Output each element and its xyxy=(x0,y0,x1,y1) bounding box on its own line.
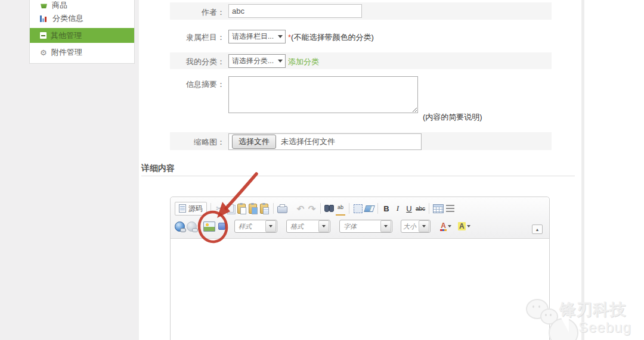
text-color-button[interactable]: A xyxy=(440,222,451,231)
sidebar: 商品 分类信息 其他管理 ⚙ 附件管理 xyxy=(29,0,135,64)
chevron-down-icon xyxy=(278,60,283,63)
collapse-minus-icon xyxy=(40,32,47,39)
chevron-down-icon xyxy=(278,35,283,38)
styles-dropdown[interactable]: 样式 xyxy=(234,220,277,233)
toolbar-row-1: 源码 ✂ ↶ ↷ ab B I xyxy=(175,201,455,216)
link-icon[interactable] xyxy=(175,220,185,232)
toolbar-separator xyxy=(210,203,211,214)
underline-button[interactable]: U xyxy=(404,202,414,214)
thumbnail-label: 缩略图： xyxy=(164,137,225,148)
find-icon[interactable] xyxy=(324,202,334,214)
chevron-down-icon xyxy=(448,225,451,227)
format-dropdown[interactable]: 格式 xyxy=(286,220,330,233)
select-all-icon[interactable] xyxy=(353,202,363,214)
collapse-toolbar-button[interactable]: ▲ xyxy=(532,224,543,234)
bg-color-button[interactable]: A xyxy=(458,222,470,230)
paste-icon[interactable] xyxy=(237,202,247,214)
column-select[interactable]: 请选择栏目... xyxy=(228,30,286,43)
page-divider-line xyxy=(581,0,584,340)
column-select-value: 请选择栏目... xyxy=(229,32,278,42)
editor-toolbar: 源码 ✂ ↶ ↷ ab B I xyxy=(171,197,549,239)
unlink-icon[interactable] xyxy=(187,220,197,232)
document-icon xyxy=(179,204,186,213)
toolbar-separator xyxy=(429,203,429,214)
sidebar-item-label: 其他管理 xyxy=(51,30,82,41)
sidebar-item-other-admin[interactable]: 其他管理 xyxy=(30,28,134,43)
undo-icon[interactable]: ↶ xyxy=(296,202,305,214)
div-container-icon[interactable] xyxy=(445,202,455,214)
font-dropdown[interactable]: 字体 xyxy=(339,220,392,233)
summary-note: (内容的简要说明) xyxy=(423,112,482,123)
basket-icon xyxy=(40,2,48,8)
chevron-down-icon xyxy=(419,220,429,232)
toolbar-separator xyxy=(273,203,274,214)
author-label: 作者： xyxy=(164,7,225,18)
section-divider xyxy=(141,176,575,176)
sidebar-item-goods[interactable]: 商品 xyxy=(30,0,134,11)
chevron-down-icon xyxy=(467,225,470,227)
category-select[interactable]: 请选择分类... xyxy=(228,54,286,68)
summary-textarea[interactable] xyxy=(228,76,418,113)
author-input[interactable] xyxy=(228,4,362,18)
sidebar-item-category-info[interactable]: 分类信息 xyxy=(30,11,134,26)
thumbnail-file-input[interactable]: 选择文件 未选择任何文件 xyxy=(228,133,422,150)
sidebar-item-label: 附件管理 xyxy=(51,47,82,58)
chevron-down-icon xyxy=(265,220,276,232)
section-title: 详细内容 xyxy=(141,163,175,174)
paste-word-icon[interactable] xyxy=(260,202,270,214)
italic-button[interactable]: I xyxy=(393,202,402,214)
toolbar-separator xyxy=(320,203,321,214)
paste-text-icon[interactable] xyxy=(249,202,258,214)
size-dropdown[interactable]: 大小 xyxy=(401,220,431,233)
choose-file-button[interactable]: 选择文件 xyxy=(232,135,276,149)
category-row xyxy=(170,52,552,69)
bold-button[interactable]: B xyxy=(382,202,391,214)
table-icon[interactable] xyxy=(433,202,444,214)
page: 商品 分类信息 其他管理 ⚙ 附件管理 作者： 隶属栏目： 请选择栏目... *… xyxy=(0,0,644,340)
strikethrough-button[interactable]: abc xyxy=(416,202,425,214)
category-label: 我的分类： xyxy=(164,57,225,67)
replace-icon[interactable]: ab xyxy=(336,202,345,216)
column-label: 隶属栏目： xyxy=(164,32,225,43)
category-select-value: 请选择分类... xyxy=(229,56,278,66)
editor-content-area[interactable] xyxy=(171,239,549,340)
chevron-down-icon xyxy=(318,220,329,232)
remove-format-icon[interactable] xyxy=(364,202,374,214)
toolbar-row-2: 样式 格式 字体 大小 A xyxy=(175,219,470,233)
copy-icon[interactable] xyxy=(226,202,236,214)
summary-label: 信息摘要： xyxy=(164,79,225,90)
print-icon[interactable] xyxy=(277,202,287,214)
column-note: *(不能选择带颜色的分类) xyxy=(288,32,374,43)
color-bar-icon xyxy=(440,229,447,231)
redo-icon[interactable]: ↷ xyxy=(307,202,317,214)
gear-icon: ⚙ xyxy=(40,49,47,57)
sidebar-item-label: 商品 xyxy=(52,0,67,11)
rich-text-editor: 源码 ✂ ↶ ↷ ab B I xyxy=(170,196,550,340)
insert-image-icon[interactable] xyxy=(203,220,215,232)
add-category-link[interactable]: 添加分类 xyxy=(288,57,319,67)
chevron-down-icon xyxy=(380,220,391,232)
bar-chart-icon xyxy=(40,15,48,22)
toolbar-separator xyxy=(349,203,349,214)
source-button[interactable]: 源码 xyxy=(175,202,207,216)
file-status-text: 未选择任何文件 xyxy=(281,136,335,147)
toolbar-separator xyxy=(377,203,378,214)
sidebar-item-label: 分类信息 xyxy=(52,13,83,24)
cut-icon[interactable]: ✂ xyxy=(215,202,224,214)
flash-icon[interactable] xyxy=(217,220,227,232)
sidebar-item-attachment-admin[interactable]: ⚙ 附件管理 xyxy=(30,45,134,60)
